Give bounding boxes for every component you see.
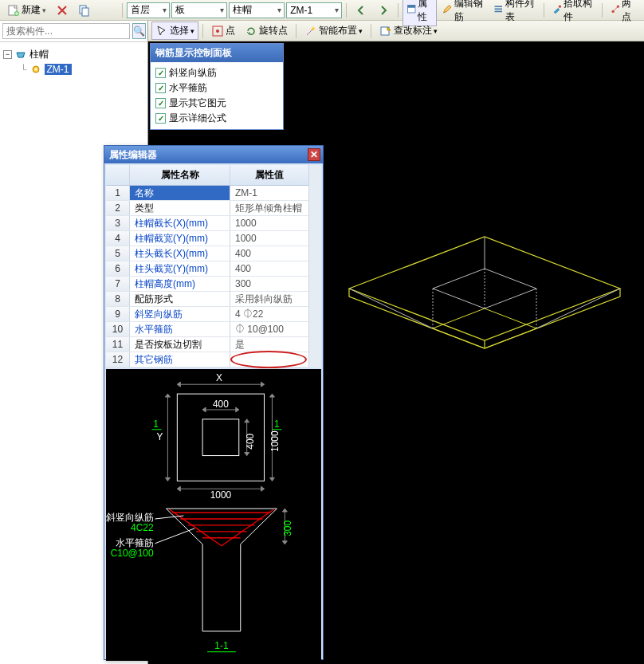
svg-rect-5 xyxy=(407,5,414,7)
property-row[interactable]: 3柱帽截长(X)(mm)1000 xyxy=(106,216,308,231)
property-value[interactable]: 采用斜向纵筋 xyxy=(230,292,308,306)
smart-layout-button[interactable]: 智能布置 ▾ xyxy=(300,22,367,40)
edit-rebar-button[interactable]: 编辑钢筋 xyxy=(438,0,488,26)
section-diagram: X 400 Y 1 1 400 1000 1000 xyxy=(106,369,321,661)
property-value[interactable]: 300 xyxy=(230,277,308,291)
checkbox-icon[interactable]: ✓ xyxy=(155,113,166,124)
select-button[interactable]: 选择 ▾ xyxy=(151,22,198,40)
new-button[interactable]: 新建 ▾ xyxy=(3,1,50,19)
svg-line-49 xyxy=(155,528,195,544)
copy-button[interactable] xyxy=(74,2,95,19)
property-name: 柱头截宽(Y)(mm) xyxy=(130,261,230,276)
checkbox-icon[interactable]: ✓ xyxy=(155,83,166,93)
two-point-button[interactable]: 两点 xyxy=(607,0,641,26)
property-row[interactable]: 9斜竖向纵筋4 ⏀22 xyxy=(106,307,308,322)
new-icon xyxy=(7,4,20,17)
property-value[interactable]: ZM-1 xyxy=(230,186,308,200)
component-list-button[interactable]: 构件列表 xyxy=(489,0,539,26)
checkbox-row[interactable]: ✓显示其它图元 xyxy=(155,96,278,111)
property-value[interactable]: 1000 xyxy=(230,216,308,230)
highlight-ellipse xyxy=(230,351,307,368)
delete-button[interactable] xyxy=(52,2,73,19)
svg-line-41 xyxy=(222,509,274,546)
property-value[interactable]: 是 xyxy=(230,337,308,352)
grid-header-name: 属性名称 xyxy=(130,165,230,185)
wand-icon xyxy=(304,25,317,37)
row-number: 5 xyxy=(106,246,130,261)
svg-rect-6 xyxy=(495,6,502,7)
property-row[interactable]: 6柱头截宽(Y)(mm)400 xyxy=(106,261,308,277)
svg-text:斜竖向纵筋: 斜竖向纵筋 xyxy=(106,512,154,523)
delete-icon xyxy=(56,4,69,17)
property-value[interactable]: 400 xyxy=(230,246,308,261)
svg-text:300: 300 xyxy=(282,521,293,536)
row-number: 1 xyxy=(106,186,130,200)
property-row[interactable]: 5柱头截长(X)(mm)400 xyxy=(106,246,308,261)
svg-text:1-1: 1-1 xyxy=(214,640,229,651)
eyedropper-icon xyxy=(552,4,563,17)
svg-line-46 xyxy=(155,516,184,519)
properties-icon xyxy=(406,4,417,17)
checkbox-row[interactable]: ✓斜竖向纵筋 xyxy=(155,65,278,81)
property-value[interactable]: 1000 xyxy=(230,231,308,246)
checkbox-row[interactable]: ✓显示详细公式 xyxy=(155,111,278,126)
property-name: 柱帽截宽(Y)(mm) xyxy=(130,231,230,246)
property-name: 柱帽截长(X)(mm) xyxy=(130,216,230,230)
property-row[interactable]: 2类型矩形单倾角柱帽 xyxy=(106,201,308,216)
collapse-icon[interactable]: − xyxy=(3,50,12,59)
property-row[interactable]: 11是否按板边切割是 xyxy=(106,337,308,352)
property-row[interactable]: 8配筋形式采用斜向纵筋 xyxy=(106,292,308,307)
property-row[interactable]: 1名称ZM-1 xyxy=(106,186,308,201)
point-button[interactable]: 点 xyxy=(207,22,239,40)
property-editor-title[interactable]: 属性编辑器 ✕ xyxy=(104,146,323,163)
separator xyxy=(544,3,544,18)
property-name: 水平箍筋 xyxy=(130,322,230,336)
checkbox-icon[interactable]: ✓ xyxy=(155,98,166,108)
pick-component-button[interactable]: 拾取构件 xyxy=(548,0,598,26)
property-value[interactable]: 400 xyxy=(230,261,308,276)
svg-text:400: 400 xyxy=(245,433,256,449)
row-number: 7 xyxy=(106,277,130,291)
new-label: 新建 xyxy=(22,3,41,17)
row-number: 9 xyxy=(106,307,130,321)
property-row[interactable]: 7柱帽高度(mm)300 xyxy=(106,277,308,292)
scrollbar[interactable] xyxy=(308,165,321,367)
copy-icon xyxy=(78,4,91,17)
close-icon: ✕ xyxy=(310,149,318,160)
slab-combo[interactable]: 板 xyxy=(171,2,227,18)
point-icon xyxy=(211,25,224,37)
separator xyxy=(602,3,603,18)
row-number: 2 xyxy=(106,201,130,215)
prev-button[interactable] xyxy=(351,2,371,19)
property-value[interactable]: 矩形单倾角柱帽 xyxy=(230,201,308,215)
property-row[interactable]: 12其它钢筋 xyxy=(106,352,308,367)
checkbox-icon[interactable]: ✓ xyxy=(155,68,166,78)
tree-node-root[interactable]: − 柱帽 xyxy=(3,47,144,62)
property-value[interactable]: ⏀ 10@100 xyxy=(230,322,308,336)
tree-node-child[interactable]: └ ZM-1 xyxy=(3,62,144,77)
checkbox-row[interactable]: ✓水平箍筋 xyxy=(155,81,278,96)
property-name: 斜竖向纵筋 xyxy=(130,307,230,321)
search-button[interactable]: 🔍 xyxy=(132,23,146,39)
cap-combo[interactable]: 柱帽 xyxy=(229,2,285,18)
search-input[interactable] xyxy=(2,23,130,39)
tree-child-label: ZM-1 xyxy=(45,64,72,75)
svg-point-9 xyxy=(558,5,560,7)
svg-text:1: 1 xyxy=(274,418,280,430)
rotate-point-button[interactable]: 旋转点 xyxy=(241,22,292,40)
property-value[interactable]: 4 ⏀22 xyxy=(230,307,308,321)
next-button[interactable] xyxy=(373,2,394,19)
property-row[interactable]: 10水平箍筋⏀ 10@100 xyxy=(106,322,308,337)
zm-combo[interactable]: ZM-1 xyxy=(286,2,342,18)
svg-rect-18 xyxy=(202,419,239,456)
row-number: 6 xyxy=(106,261,130,276)
review-note-button[interactable]: 查改标注 ▾ xyxy=(375,22,442,40)
property-editor-window: 属性编辑器 ✕ 属性名称 属性值 1名称ZM-12类型矩形单倾角柱帽3柱帽截长(… xyxy=(104,145,324,660)
dropdown-icon: ▾ xyxy=(434,27,438,35)
svg-point-13 xyxy=(34,69,37,71)
close-button[interactable]: ✕ xyxy=(308,148,320,161)
property-value[interactable] xyxy=(230,352,308,367)
floor-combo[interactable]: 首层 xyxy=(127,2,170,18)
separator xyxy=(371,24,371,38)
property-row[interactable]: 4柱帽截宽(Y)(mm)1000 xyxy=(106,231,308,246)
